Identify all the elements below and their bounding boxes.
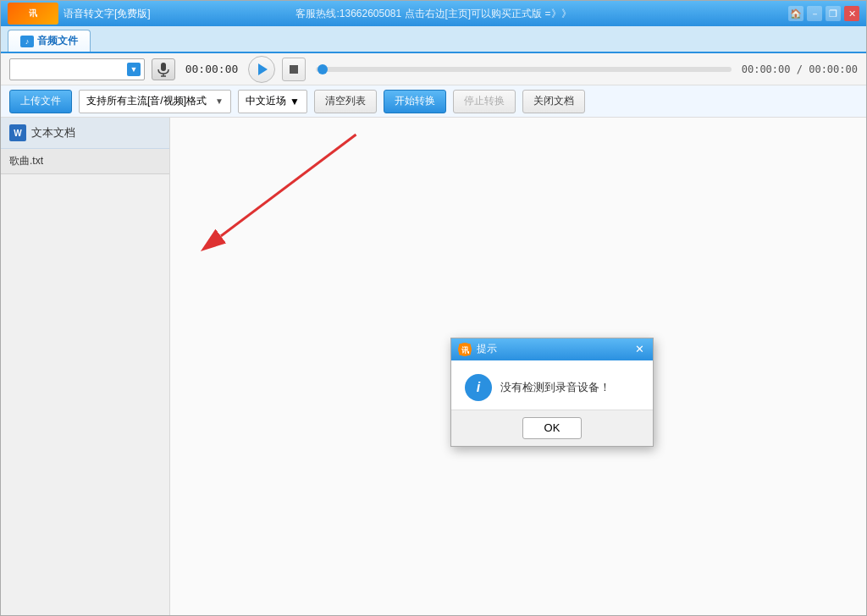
minimize-button[interactable]: － [807, 6, 822, 21]
upload-button[interactable]: 上传文件 [9, 90, 72, 113]
restore-button[interactable]: ❐ [826, 6, 841, 21]
close-doc-button[interactable]: 关闭文档 [522, 90, 585, 113]
left-sidebar: W 文本文档 歌曲.txt [1, 118, 170, 615]
format-dropdown-arrow: ▼ [215, 96, 224, 106]
lang-dropdown-arrow: ▼ [290, 96, 300, 107]
mic-icon [157, 62, 170, 77]
dialog-footer: OK [451, 410, 653, 446]
format-dropdown[interactable]: 支持所有主流[音/视频]格式 ▼ [79, 90, 231, 113]
main-window: 讯 语音转文字[免费版] 客服热线:13662605081 点击右边[主页]可以… [0, 0, 867, 616]
start-convert-button[interactable]: 开始转换 [384, 90, 446, 113]
title-bar: 讯 语音转文字[免费版] 客服热线:13662605081 点击右边[主页]可以… [1, 1, 866, 26]
action-bar: 上传文件 支持所有主流[音/视频]格式 ▼ 中文近场 ▼ 清空列表 开始转换 停… [1, 85, 866, 118]
dialog-ok-button[interactable]: OK [522, 417, 582, 439]
dialog-title-icon: 讯 [458, 343, 472, 356]
hotline-text: 客服热线:13662605081 点击右边[主页]可以购买正式版 =》》 [295, 7, 571, 21]
sidebar-header-label: 文本文档 [31, 125, 75, 140]
progress-bar[interactable] [316, 67, 732, 72]
stop-icon [290, 65, 298, 74]
content-area: W 文本文档 歌曲.txt [1, 118, 866, 615]
format-dropdown-label: 支持所有主流[音/视频]格式 [86, 94, 207, 108]
dialog-title-content: 讯 提示 [458, 342, 497, 356]
lang-dropdown[interactable]: 中文近场 ▼ [238, 90, 307, 113]
watermark-area: 客服热线:13662605081 点击右边[主页]可以购买正式版 =》》 [128, 3, 739, 25]
dialog-close-button[interactable]: ✕ [632, 343, 646, 356]
sidebar-header: W 文本文档 [1, 118, 169, 149]
app-small-icon: 讯 [459, 344, 471, 355]
tab-audio[interactable]: ♪ 音频文件 [8, 30, 91, 52]
file-dropdown[interactable]: ▼ [9, 58, 145, 80]
word-icon: W [9, 124, 26, 141]
time-total: 00:00:00 / 00:00:00 [742, 63, 858, 75]
play-icon [258, 63, 268, 75]
sidebar-item-filename: 歌曲.txt [9, 155, 43, 167]
dropdown-arrow-icon: ▼ [127, 63, 141, 76]
dialog-message: 没有检测到录音设备！ [500, 380, 610, 395]
dialog-overlay: 讯 提示 ✕ i 没有检测到录音设备！ [170, 118, 866, 615]
stop-convert-button[interactable]: 停止转换 [453, 90, 516, 113]
home-button[interactable]: 🏠 [788, 6, 803, 21]
svg-rect-0 [161, 63, 166, 71]
info-icon: i [465, 374, 492, 401]
progress-indicator [318, 64, 328, 74]
main-content: 讯 提示 ✕ i 没有检测到录音设备！ [170, 118, 866, 615]
close-button[interactable]: ✕ [844, 6, 859, 21]
app-logo: 讯 [8, 3, 58, 25]
play-button[interactable] [248, 56, 275, 83]
dialog-box: 讯 提示 ✕ i 没有检测到录音设备！ [450, 338, 654, 447]
stop-button[interactable] [282, 58, 306, 81]
tab-area: ♪ 音频文件 [1, 26, 866, 53]
media-bar: ▼ 00:00:00 00:00:00 / 00:00:00 [1, 53, 866, 85]
audio-tab-icon: ♪ [20, 36, 34, 47]
tab-audio-label: 音频文件 [37, 34, 78, 48]
current-time: 00:00:00 [182, 63, 241, 75]
clear-button[interactable]: 清空列表 [314, 90, 377, 113]
record-button[interactable] [152, 58, 175, 80]
lang-dropdown-label: 中文近场 [246, 94, 286, 108]
sidebar-item-file[interactable]: 歌曲.txt [1, 149, 169, 174]
svg-text:讯: 讯 [461, 345, 470, 354]
dialog-title-bar: 讯 提示 ✕ [451, 338, 653, 360]
title-bar-controls: 🏠 － ❐ ✕ [788, 6, 859, 21]
dialog-body: i 没有检测到录音设备！ [451, 360, 653, 410]
dialog-title-text: 提示 [477, 342, 497, 356]
